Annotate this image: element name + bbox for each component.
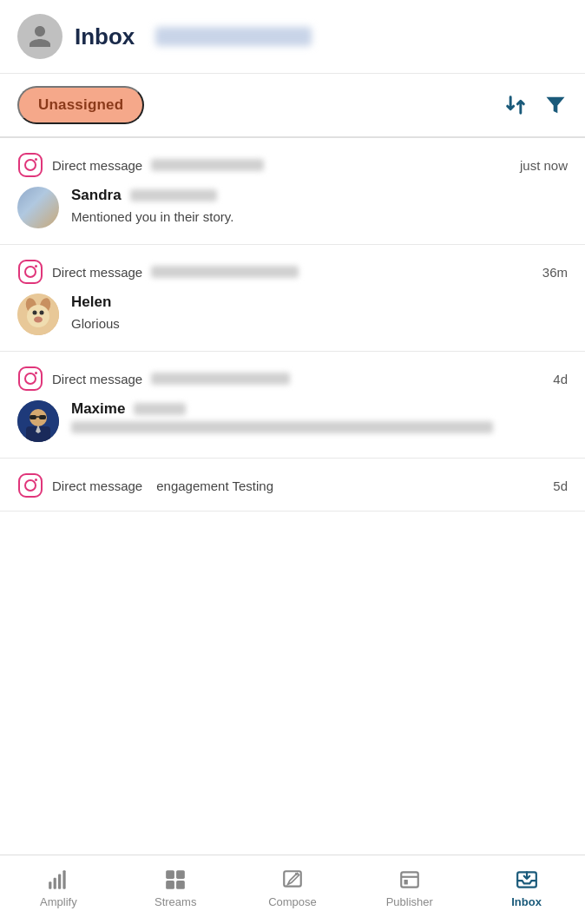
filter-icon[interactable]: [543, 93, 568, 117]
svg-rect-33: [176, 881, 185, 889]
nav-item-publisher[interactable]: Publisher: [351, 855, 468, 924]
instagram-icon: [17, 152, 43, 178]
svg-point-2: [35, 158, 37, 161]
amplify-icon: [47, 868, 69, 891]
message-preview: Mentioned you in their story.: [71, 209, 233, 224]
message-type-partial: Direct message: [52, 478, 142, 493]
message-time: just now: [520, 158, 568, 173]
svg-point-9: [27, 305, 49, 327]
svg-rect-35: [401, 872, 418, 887]
account-name-blurred: [155, 27, 312, 46]
svg-point-5: [35, 265, 37, 267]
message-content: Maxime: [71, 400, 568, 433]
svg-rect-37: [404, 880, 407, 884]
username-blur: [130, 189, 217, 201]
account-blur: [151, 373, 290, 385]
account-blur: [151, 159, 264, 171]
message-type: Direct message: [52, 158, 142, 173]
nav-item-inbox[interactable]: Inbox: [468, 855, 585, 924]
svg-rect-13: [19, 367, 42, 390]
user-name: Sandra: [71, 187, 122, 204]
account-blur: [151, 266, 299, 278]
filter-bar: Unassigned: [0, 74, 585, 138]
svg-point-15: [35, 372, 37, 374]
unassigned-filter-button[interactable]: Unassigned: [17, 86, 144, 124]
instagram-icon: [17, 259, 43, 285]
message-body: Sandra Mentioned you in their story.: [17, 187, 568, 228]
svg-rect-27: [54, 877, 56, 888]
message-body: Helen Glorious: [17, 294, 568, 335]
nav-label-inbox: Inbox: [511, 895, 542, 908]
svg-rect-26: [49, 881, 52, 889]
svg-rect-30: [166, 870, 174, 879]
svg-rect-20: [30, 415, 36, 419]
sort-icon[interactable]: [503, 93, 528, 117]
bottom-navigation: Amplify Streams Compose Publisher: [0, 855, 585, 924]
message-preview: Glorious: [71, 316, 120, 331]
message-item[interactable]: Direct message 4d: [0, 352, 585, 459]
message-content: Helen Glorious: [71, 294, 568, 333]
publisher-icon: [398, 868, 421, 891]
message-type: Direct message: [52, 265, 142, 280]
user-name: Helen: [71, 294, 111, 311]
svg-rect-23: [19, 474, 42, 497]
message-type: Direct message: [52, 372, 142, 386]
person-icon: [27, 23, 53, 50]
app-header: Inbox: [0, 0, 585, 74]
page-title: Inbox: [75, 23, 135, 50]
message-time: 4d: [553, 372, 568, 386]
svg-rect-28: [58, 874, 61, 888]
nav-label-publisher: Publisher: [386, 895, 433, 908]
compose-icon: [281, 868, 304, 891]
username-blur: [134, 403, 186, 415]
svg-rect-3: [19, 261, 42, 283]
nav-item-compose[interactable]: Compose: [234, 855, 352, 924]
message-item[interactable]: Direct message just now Sandra Mentioned…: [0, 138, 585, 245]
inbox-icon: [516, 868, 538, 891]
svg-rect-32: [166, 881, 174, 889]
partial-time: 5d: [553, 478, 568, 493]
instagram-icon: [17, 366, 43, 392]
message-body: Maxime: [17, 400, 568, 442]
svg-point-10: [33, 311, 37, 315]
message-meta: Direct message 4d: [17, 366, 568, 392]
svg-rect-31: [176, 870, 185, 879]
user-avatar: [17, 14, 62, 59]
nav-label-streams: Streams: [154, 895, 196, 908]
message-item[interactable]: Direct message 36m Helen: [0, 245, 585, 352]
message-meta-partial: Direct message engagement Testing 5d: [17, 472, 568, 498]
filter-actions: [503, 93, 568, 117]
svg-point-12: [34, 317, 43, 323]
message-list: Direct message just now Sandra Mentioned…: [0, 138, 585, 855]
user-name: Maxime: [71, 400, 125, 418]
message-meta: Direct message 36m: [17, 259, 568, 285]
user-avatar-sandra: [17, 187, 59, 228]
message-time: 36m: [542, 265, 568, 280]
message-item-partial[interactable]: Direct message engagement Testing 5d: [0, 459, 585, 512]
user-avatar-maxime: [17, 400, 59, 442]
streams-icon: [164, 868, 187, 891]
message-content: Sandra Mentioned you in their story.: [71, 187, 568, 226]
svg-rect-0: [19, 154, 42, 176]
user-avatar-helen: [17, 294, 59, 335]
message-preview-blur: [71, 421, 493, 433]
message-meta: Direct message just now: [17, 152, 568, 178]
partial-account: engagement Testing: [156, 478, 273, 493]
nav-label-compose: Compose: [268, 895, 317, 908]
nav-item-amplify[interactable]: Amplify: [0, 855, 117, 924]
svg-rect-21: [39, 415, 46, 419]
svg-rect-29: [63, 870, 66, 889]
nav-label-amplify: Amplify: [40, 895, 77, 908]
nav-item-streams[interactable]: Streams: [117, 855, 234, 924]
svg-point-25: [35, 478, 37, 481]
svg-point-11: [40, 311, 44, 315]
instagram-icon: [17, 472, 43, 498]
